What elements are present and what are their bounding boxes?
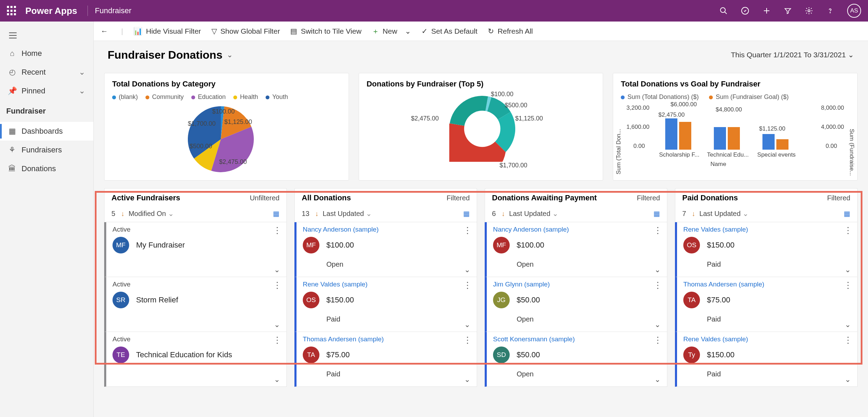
hide-visual-filter-button[interactable]: 📊Hide Visual Filter — [133, 27, 201, 35]
tile-view-icon[interactable]: ▦ — [653, 209, 660, 218]
sort-field[interactable]: Last Updated ⌄ — [323, 209, 372, 218]
sort-arrow-icon[interactable]: ↓ — [501, 210, 505, 218]
chevron-down-icon[interactable]: ⌄ — [274, 266, 280, 274]
stream-card[interactable]: Rene Valdes (sample) ⋯ OS $150.00 Paid ⌄ — [294, 277, 477, 332]
sort-field[interactable]: Modified On ⌄ — [128, 209, 174, 218]
nav-recent[interactable]: ◴Recent⌄ — [0, 63, 93, 82]
more-icon[interactable]: ⋯ — [466, 226, 469, 233]
chart-legend: Sum (Total Donations) ($) Sum (Fundraise… — [621, 93, 850, 101]
sort-arrow-icon[interactable]: ↓ — [692, 210, 695, 218]
stream-filter-state[interactable]: Unfiltered — [250, 194, 279, 202]
nav-fundraisers[interactable]: ⚘Fundraisers — [0, 141, 93, 159]
set-default-button[interactable]: ✓Set As Default — [422, 27, 477, 35]
tile-view-icon[interactable]: ▦ — [844, 209, 850, 218]
card-top-label[interactable]: Rene Valdes (sample) — [303, 281, 368, 288]
card-top-label[interactable]: Rene Valdes (sample) — [683, 226, 748, 233]
stream-card[interactable]: Active ⋯ TE Technical Education for Kids… — [104, 332, 287, 387]
tile-view-icon[interactable]: ▦ — [463, 209, 470, 218]
date-range[interactable]: This Quarter 1/1/2021 To 3/31/2021 ⌄ — [731, 51, 854, 59]
card-top-label[interactable]: Nancy Anderson (sample) — [493, 226, 569, 233]
help-icon[interactable] — [826, 7, 834, 15]
hamburger-icon[interactable] — [0, 28, 93, 44]
sort-field[interactable]: Last Updated ⌄ — [509, 209, 558, 218]
stream-card[interactable]: Thomas Andersen (sample) ⋯ TA $75.00 Pai… — [675, 277, 858, 332]
sort-arrow-icon[interactable]: ↓ — [315, 210, 318, 218]
stream-card[interactable]: Rene Valdes (sample) ⋯ OS $150.00 Paid ⌄ — [675, 222, 858, 277]
stream-filter-state[interactable]: Filtered — [637, 194, 660, 202]
more-icon[interactable]: ⋯ — [276, 226, 279, 233]
more-icon[interactable]: ⋯ — [656, 226, 660, 233]
chart-donations-by-category[interactable]: Total Donations by Category (blank) Comm… — [104, 73, 349, 181]
nav-donations[interactable]: 🏛Donations — [0, 159, 93, 178]
chevron-down-icon[interactable]: ⌄ — [274, 320, 280, 329]
app-name: Fundraiser — [95, 6, 131, 15]
stream-sort-bar: 5 ↓ Modified On ⌄ ▦ — [104, 206, 287, 222]
more-icon[interactable]: ⋯ — [846, 336, 850, 343]
stream-card[interactable]: Jim Glynn (sample) ⋯ JG $50.00 Open ⌄ — [485, 277, 667, 332]
nav-home[interactable]: ⌂Home — [0, 44, 93, 63]
chevron-down-icon[interactable]: ⌄ — [845, 320, 851, 329]
app-launcher-icon[interactable] — [7, 6, 17, 16]
stream-card[interactable]: Rene Valdes (sample) ⋯ Ty $150.00 Paid ⌄ — [675, 332, 858, 387]
stream-card[interactable]: Nancy Anderson (sample) ⋯ MF $100.00 Ope… — [294, 222, 477, 277]
card-top-label[interactable]: Rene Valdes (sample) — [683, 335, 748, 343]
stream-sort-bar: 6 ↓ Last Updated ⌄ ▦ — [485, 206, 667, 222]
chevron-down-icon[interactable]: ⌄ — [654, 375, 661, 384]
card-top-label[interactable]: Nancy Anderson (sample) — [303, 226, 379, 233]
more-icon[interactable]: ⋯ — [466, 281, 469, 288]
card-top-label[interactable]: Scott Konersmann (sample) — [493, 335, 575, 343]
chart-title: Total Donations by Category — [112, 80, 341, 89]
legend-item: Sum (Total Donations) ($) — [621, 93, 699, 101]
chart-donations-by-fundraiser[interactable]: Donations by Fundraiser (Top 5) $100.00 … — [359, 73, 603, 181]
back-button[interactable]: ← — [101, 27, 111, 35]
more-icon[interactable]: ⋯ — [846, 226, 850, 233]
stream-card[interactable]: Nancy Anderson (sample) ⋯ MF $100.00 Ope… — [485, 222, 667, 277]
stream-card[interactable]: Thomas Andersen (sample) ⋯ TA $75.00 Pai… — [294, 332, 477, 387]
chevron-down-icon[interactable]: ⌄ — [464, 320, 470, 329]
gear-icon[interactable] — [805, 7, 813, 15]
search-icon[interactable] — [719, 7, 728, 15]
bar — [776, 139, 788, 150]
chevron-down-icon[interactable]: ⌄ — [464, 375, 470, 384]
chevron-down-icon[interactable]: ⌄ — [464, 266, 470, 274]
sort-arrow-icon[interactable]: ↓ — [121, 210, 124, 218]
tile-view-icon[interactable]: ▦ — [273, 209, 279, 218]
left-nav: ⌂Home ◴Recent⌄ 📌Pinned⌄ Fundraiser ▦Dash… — [0, 22, 94, 417]
filter-icon[interactable] — [784, 7, 792, 15]
stream-card[interactable]: Scott Konersmann (sample) ⋯ SD $50.00 Op… — [485, 332, 667, 387]
more-icon[interactable]: ⋯ — [276, 281, 279, 288]
switch-tile-view-button[interactable]: ▤Switch to Tile View — [290, 27, 361, 35]
cmd-label: Hide Visual Filter — [146, 27, 201, 35]
show-global-filter-button[interactable]: ▽Show Global Filter — [211, 27, 280, 35]
nav-pinned[interactable]: 📌Pinned⌄ — [0, 82, 93, 100]
card-top-label[interactable]: Thomas Andersen (sample) — [683, 281, 764, 288]
chevron-down-icon[interactable]: ⌄ — [654, 266, 661, 274]
more-icon[interactable]: ⋯ — [276, 336, 279, 343]
axis-tick: 4,000.00 — [821, 124, 844, 131]
user-avatar[interactable]: AS — [847, 4, 861, 18]
stream-filter-state[interactable]: Filtered — [446, 194, 470, 202]
card-main-label: My Fundraiser — [136, 241, 185, 250]
nav-dashboards[interactable]: ▦Dashboards — [0, 122, 93, 141]
titlebar: Power Apps Fundraiser AS — [0, 0, 868, 22]
title-dropdown-icon[interactable]: ⌄ — [227, 51, 233, 59]
stream-card[interactable]: Active ⋯ MF My Fundraiser ⌄ — [104, 222, 287, 277]
card-top-label[interactable]: Thomas Andersen (sample) — [303, 335, 384, 343]
chart-donations-vs-goal[interactable]: Total Donations vs Goal by Fundraiser Su… — [613, 73, 858, 181]
chevron-down-icon[interactable]: ⌄ — [654, 320, 661, 329]
target-icon[interactable] — [741, 7, 749, 15]
more-icon[interactable]: ⋯ — [466, 336, 469, 343]
plus-icon[interactable] — [762, 7, 771, 15]
more-icon[interactable]: ⋯ — [656, 281, 660, 288]
card-top-label[interactable]: Jim Glynn (sample) — [493, 281, 550, 288]
more-icon[interactable]: ⋯ — [846, 281, 850, 288]
sort-field[interactable]: Last Updated ⌄ — [699, 209, 749, 218]
stream-filter-state[interactable]: Filtered — [827, 194, 850, 202]
chevron-down-icon[interactable]: ⌄ — [845, 375, 851, 384]
chevron-down-icon[interactable]: ⌄ — [274, 375, 280, 384]
stream-card[interactable]: Active ⋯ SR Storm Relief ⌄ — [104, 277, 287, 332]
refresh-button[interactable]: ↻Refresh All — [488, 27, 533, 35]
more-icon[interactable]: ⋯ — [656, 336, 660, 343]
new-button[interactable]: ＋New⌄ — [372, 26, 411, 36]
chevron-down-icon[interactable]: ⌄ — [845, 266, 851, 274]
